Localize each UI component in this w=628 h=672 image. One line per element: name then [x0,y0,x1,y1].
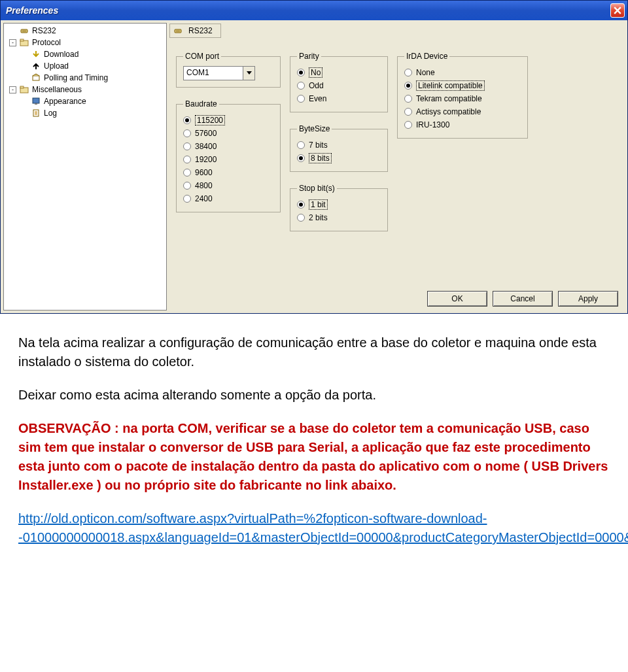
tree-item-miscellaneous[interactable]: -Miscellaneous [4,84,166,95]
radio-label: 115200 [195,115,225,126]
radio-icon[interactable] [297,141,305,149]
tree-item-appearance[interactable]: Appearance [4,95,166,107]
radio-option[interactable]: Litelink compatible [404,79,521,92]
doc-paragraph-1: Na tela acima realizar a configuração de… [18,333,610,371]
folder-icon [19,84,29,95]
close-icon [614,7,621,14]
radio-option[interactable]: 57600 [183,127,273,140]
tree-panel[interactable]: RS232-ProtocolDownloadUploadPolling and … [3,23,167,311]
radio-option[interactable]: 8 bits [297,152,381,165]
radio-option[interactable]: 9600 [183,166,273,179]
tree-item-rs232[interactable]: RS232 [4,25,166,37]
radio-option[interactable]: 2 bits [297,211,381,224]
radio-option[interactable]: 2400 [183,192,273,205]
bytesize-group: ByteSize 7 bits8 bits [290,124,388,172]
comport-combo[interactable]: COM1 [183,66,255,80]
radio-option[interactable]: IRU-1300 [404,118,521,131]
radio-icon[interactable] [183,182,191,190]
panel-header: RS232 [169,23,625,39]
tree-item-label: Upload [44,61,69,71]
bytesize-legend: ByteSize [297,124,332,133]
tree-item-label: RS232 [32,26,56,35]
dialog-body: RS232-ProtocolDownloadUploadPolling and … [1,20,627,313]
svg-point-2 [24,31,25,32]
tree-item-log[interactable]: Log [4,107,166,119]
tree-item-label: Protocol [32,38,61,47]
folder-icon [19,37,29,48]
parity-legend: Parity [297,52,321,61]
radio-label: Odd [309,81,324,90]
radio-icon[interactable] [297,95,305,103]
radio-icon[interactable] [404,69,412,76]
radio-option[interactable]: Actisys compatible [404,105,521,118]
radio-icon[interactable] [297,201,305,209]
radio-label: 2 bits [309,213,328,222]
combo-dropdown-button[interactable] [243,67,254,80]
radio-label: 19200 [195,155,217,164]
radio-option[interactable]: 115200 [183,114,273,127]
radio-option[interactable]: No [297,66,381,79]
svg-rect-5 [20,39,24,41]
radio-label: None [416,68,435,77]
serial-icon [19,25,29,36]
radio-icon[interactable] [297,82,305,90]
svg-point-16 [176,31,177,32]
settings-area: COM port COM1 Baudrate 11520057600384001… [169,39,625,238]
radio-label: 38400 [195,142,217,151]
radio-option[interactable]: Odd [297,79,381,92]
radio-icon[interactable] [183,143,191,150]
radio-option[interactable]: 38400 [183,140,273,153]
radio-icon[interactable] [183,116,191,124]
radio-option[interactable]: 4800 [183,179,273,192]
radio-icon[interactable] [183,169,191,176]
radio-icon[interactable] [404,108,412,116]
radio-option[interactable]: None [404,66,521,79]
tree-item-label: Log [44,109,57,118]
doc-link[interactable]: http://old.opticon.com/software.aspx?vir… [18,511,628,545]
radio-icon[interactable] [297,214,305,222]
radio-option[interactable]: Even [297,92,381,105]
radio-icon[interactable] [297,154,305,162]
screen-icon [31,96,41,107]
doc-paragraph-2: Deixar como esta acima alterando somente… [18,386,610,405]
panel-title-box: RS232 [169,24,221,38]
radio-label: 9600 [195,168,213,177]
radio-icon[interactable] [183,129,191,137]
tree-item-polling-and-timing[interactable]: Polling and Timing [4,72,166,84]
radio-icon[interactable] [404,121,412,129]
tree-toggle[interactable]: - [9,86,16,93]
radio-icon[interactable] [183,195,191,203]
radio-option[interactable]: 19200 [183,153,273,166]
cancel-button[interactable]: Cancel [493,291,553,307]
preferences-window: Preferences RS232-ProtocolDownloadUpload… [0,0,628,314]
radio-icon[interactable] [183,156,191,163]
radio-icon[interactable] [404,82,412,90]
radio-label: No [309,67,323,78]
comport-value: COM1 [184,67,243,80]
radio-label: 1 bit [309,199,328,210]
serial-icon [173,25,183,36]
tree-item-protocol[interactable]: -Protocol [4,37,166,48]
close-button[interactable] [610,3,625,18]
irda-group: IrDA Device NoneLitelink compatibleTekra… [397,52,528,139]
tree-item-download[interactable]: Download [4,48,166,60]
svg-rect-10 [35,103,37,105]
apply-button[interactable]: Apply [558,291,618,307]
clock-icon [31,73,41,83]
titlebar[interactable]: Preferences [1,1,627,20]
stopbits-group: Stop bit(s) 1 bit2 bits [290,184,388,231]
radio-label: 7 bits [309,141,328,150]
tree-toggle[interactable]: - [9,39,16,46]
ok-button[interactable]: OK [427,291,487,307]
radio-icon[interactable] [297,69,305,76]
radio-label: Even [309,94,326,103]
radio-label: 8 bits [309,153,332,163]
radio-option[interactable]: 7 bits [297,139,381,152]
comport-legend: COM port [183,52,221,61]
tree-item-upload[interactable]: Upload [4,60,166,72]
svg-point-18 [179,31,180,32]
radio-label: IRU-1300 [416,120,449,129]
radio-option[interactable]: 1 bit [297,198,381,211]
radio-icon[interactable] [404,95,412,103]
radio-option[interactable]: Tekram compatible [404,92,521,105]
